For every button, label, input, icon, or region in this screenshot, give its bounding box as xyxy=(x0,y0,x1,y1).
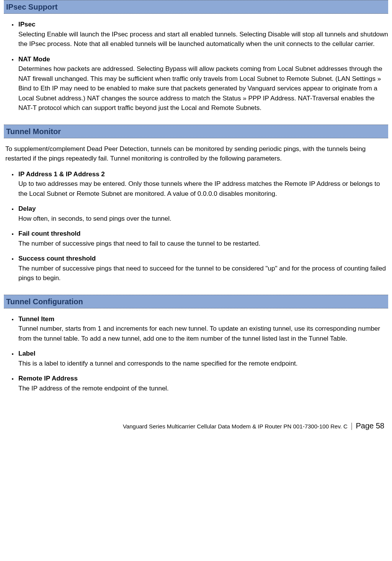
definition-list: Tunnel Item Tunnel number, starts from 1… xyxy=(4,314,388,394)
footer-separator: | xyxy=(351,422,353,430)
term: Label xyxy=(18,349,388,359)
description: Tunnel number, starts from 1 and increme… xyxy=(18,324,388,343)
description: The number of successive pings that need… xyxy=(18,264,388,283)
list-item: IP Address 1 & IP Address 2 Up to two ad… xyxy=(18,169,388,199)
list-item: Remote IP Address The IP address of the … xyxy=(18,374,388,393)
list-item: Success count threshold The number of su… xyxy=(18,254,388,283)
list-item: IPsec Selecting Enable will launch the I… xyxy=(18,20,388,49)
list-item: Delay How often, in seconds, to send pin… xyxy=(18,204,388,223)
section-header-tunnel-monitor: Tunnel Monitor xyxy=(4,125,388,138)
term: NAT Mode xyxy=(18,54,388,64)
term: Fail count threshold xyxy=(18,229,388,239)
section-header-tunnel-configuration: Tunnel Configuration xyxy=(4,295,388,308)
list-item: Fail count threshold The number of succe… xyxy=(18,229,388,248)
section-intro: To supplement/complement Dead Peer Detec… xyxy=(4,144,388,164)
term: Success count threshold xyxy=(18,254,388,264)
term: Delay xyxy=(18,204,388,214)
document-page: IPsec Support IPsec Selecting Enable wil… xyxy=(0,0,392,439)
description: How often, in seconds, to send pings ove… xyxy=(18,214,388,224)
definition-list: IP Address 1 & IP Address 2 Up to two ad… xyxy=(4,169,388,283)
list-item: Tunnel Item Tunnel number, starts from 1… xyxy=(18,314,388,344)
footer-page-number: Page 58 xyxy=(356,422,384,430)
description: This is a label to identify a tunnel and… xyxy=(18,359,388,369)
term: IPsec xyxy=(18,20,388,30)
description: Determines how packets are addressed. Se… xyxy=(18,64,388,113)
list-item: Label This is a label to identify a tunn… xyxy=(18,349,388,368)
list-item: NAT Mode Determines how packets are addr… xyxy=(18,54,388,113)
term: IP Address 1 & IP Address 2 xyxy=(18,169,388,179)
term: Remote IP Address xyxy=(18,374,388,384)
footer-doc-title: Vanguard Series Multicarrier Cellular Da… xyxy=(123,423,348,430)
description: Selecting Enable will launch the IPsec p… xyxy=(18,30,388,49)
term: Tunnel Item xyxy=(18,314,388,324)
description: Up to two addresses may be entered. Only… xyxy=(18,179,388,198)
definition-list: IPsec Selecting Enable will launch the I… xyxy=(4,20,388,113)
page-footer: Vanguard Series Multicarrier Cellular Da… xyxy=(4,420,388,431)
description: The number of successive pings that need… xyxy=(18,239,388,249)
description: The IP address of the remote endpoint of… xyxy=(18,384,388,394)
section-header-ipsec-support: IPsec Support xyxy=(4,0,388,14)
